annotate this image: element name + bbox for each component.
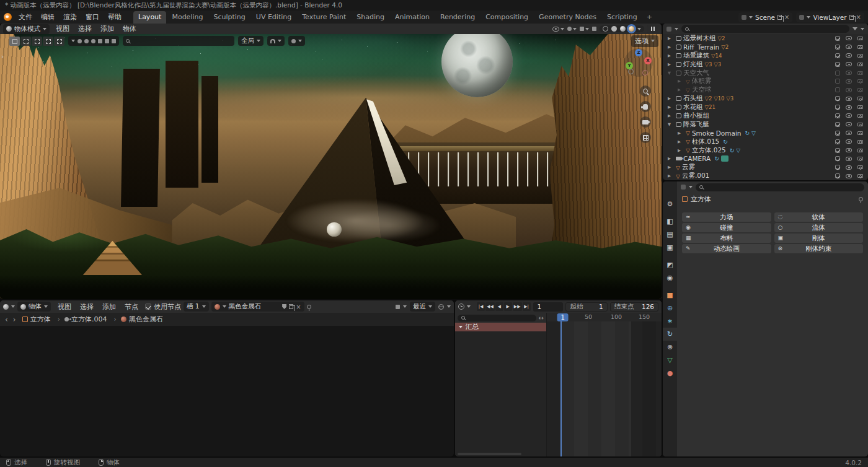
menu-item[interactable]: 编辑 — [37, 12, 59, 22]
start-frame-field[interactable]: 起始 1 — [565, 302, 607, 312]
playback-button[interactable]: |◀ — [477, 302, 485, 311]
expand-arrow-icon[interactable]: ▶ — [668, 53, 674, 58]
expand-arrow-icon[interactable]: ▶ — [668, 62, 674, 67]
unlink-material-icon[interactable] — [296, 303, 301, 311]
disable-render-camera-icon[interactable] — [857, 131, 863, 135]
hide-viewport-eye-icon[interactable] — [846, 131, 852, 135]
properties-tab[interactable]: ▽ — [663, 354, 677, 367]
exclude-checkbox[interactable] — [835, 113, 840, 118]
physics-button[interactable]: ◌ 软体 — [774, 212, 864, 222]
navigation-gizmo[interactable]: X Y Z — [624, 48, 653, 77]
mode-dot-icon[interactable] — [78, 39, 82, 43]
pause-button[interactable] — [647, 25, 658, 33]
item-label[interactable]: 石头组 — [683, 94, 703, 103]
overlay-toggle-icon[interactable] — [396, 305, 400, 309]
outliner-row[interactable]: ▶ 立方体.025 ↻ ▽ — [663, 146, 868, 155]
show-overlays-icon[interactable] — [580, 27, 589, 31]
expand-arrow-icon[interactable]: ▶ — [678, 87, 684, 92]
item-label[interactable]: CAMERA — [683, 155, 711, 162]
world-icon[interactable] — [438, 304, 444, 310]
hide-viewport-eye-icon[interactable] — [846, 174, 852, 178]
disable-render-camera-icon[interactable] — [857, 123, 863, 126]
expand-arrow-icon[interactable]: ▶ — [668, 113, 674, 118]
zoom-button[interactable] — [640, 85, 651, 97]
hide-viewport-eye-icon[interactable] — [846, 79, 852, 84]
properties-tab[interactable]: ▤ — [663, 228, 677, 241]
disable-render-camera-icon[interactable] — [857, 97, 863, 100]
expand-arrow-icon[interactable]: ▶ — [668, 173, 674, 178]
exclude-checkbox[interactable] — [835, 105, 840, 110]
workspace-tab[interactable]: Modeling — [167, 11, 208, 24]
properties-tab[interactable]: ↻ — [663, 328, 677, 341]
timeline-scrollbar[interactable] — [458, 453, 521, 455]
disable-render-camera-icon[interactable] — [857, 63, 863, 66]
expand-arrow-icon[interactable]: ▼ — [668, 122, 674, 127]
outliner-editor-icon[interactable] — [666, 27, 671, 32]
mode-dot-icon[interactable] — [84, 39, 89, 43]
exclude-checkbox[interactable] — [835, 148, 840, 153]
swap-arrows-icon[interactable] — [539, 314, 544, 322]
item-label[interactable]: 立方体.025 — [692, 146, 726, 155]
exclude-checkbox[interactable] — [835, 87, 840, 92]
disable-render-camera-icon[interactable] — [857, 114, 863, 118]
outliner-row[interactable]: ▶ 云雾 — [663, 163, 868, 172]
disable-render-camera-icon[interactable] — [857, 71, 863, 75]
mode-square-icon[interactable] — [112, 39, 116, 43]
properties-editor-icon[interactable] — [681, 185, 686, 190]
copy-material-icon[interactable] — [289, 304, 293, 309]
item-label[interactable]: 灯光组 — [683, 60, 703, 69]
outliner-row[interactable]: ▶ 曲小板组 — [663, 111, 868, 120]
shading-wireframe-icon[interactable] — [603, 26, 608, 32]
properties-tab[interactable]: ⚙ — [663, 198, 677, 211]
exclude-checkbox[interactable] — [835, 96, 840, 101]
workspace-tab[interactable]: Sculpting — [208, 11, 250, 24]
disable-render-camera-icon[interactable] — [857, 54, 863, 58]
exclude-checkbox[interactable] — [835, 62, 840, 67]
exclude-checkbox[interactable] — [835, 139, 840, 144]
timeline-frame-area[interactable]: 50100150 1 — [547, 313, 662, 456]
disable-render-camera-icon[interactable] — [857, 88, 863, 92]
physics-button[interactable]: ▦ 布料 — [682, 234, 771, 243]
hide-viewport-eye-icon[interactable] — [846, 97, 852, 101]
select-circle-tool-button[interactable] — [32, 37, 42, 46]
workspace-tab[interactable]: Scripting — [602, 11, 642, 24]
outliner-row[interactable]: ▶ 水花组 ▽21 — [663, 103, 868, 111]
item-label[interactable]: 体积雾 — [692, 77, 712, 85]
menu-item[interactable]: 文件 — [14, 12, 37, 22]
menu-item[interactable]: 渲染 — [59, 12, 81, 22]
shader-menu-item[interactable]: 视图 — [53, 302, 76, 312]
ortho-toggle-button[interactable] — [640, 132, 651, 143]
playback-button[interactable]: ▶ — [504, 302, 512, 311]
select-lasso-tool-button[interactable] — [43, 37, 53, 46]
expand-arrow-icon[interactable] — [459, 326, 463, 328]
exclude-checkbox[interactable] — [835, 131, 840, 136]
item-label[interactable]: 曲小板组 — [683, 111, 709, 120]
outliner-row[interactable]: ▶ 云雾.001 — [663, 172, 868, 180]
outliner-row[interactable]: ▶ 天空球 — [663, 85, 868, 94]
workspace-tab[interactable]: Texture Paint — [297, 11, 351, 24]
scene-selector[interactable]: Scene — [738, 12, 792, 22]
properties-tab[interactable]: ■ — [663, 289, 677, 302]
mode-selector[interactable]: 物体模式 — [3, 24, 50, 34]
pan-button[interactable] — [640, 101, 651, 112]
workspace-tab[interactable]: Compositing — [480, 11, 533, 24]
menu-item[interactable]: 窗口 — [81, 12, 104, 22]
disable-render-camera-icon[interactable] — [857, 157, 863, 160]
expand-arrow-icon[interactable]: ▶ — [668, 96, 674, 101]
select-box-tool-button[interactable] — [20, 37, 31, 46]
properties-tab[interactable]: ◧ — [663, 215, 677, 228]
end-frame-field[interactable]: 结束点 126 — [610, 302, 658, 312]
outliner-row[interactable]: ▶ Smoke Domain ↻ ▽ — [663, 129, 868, 137]
playback-button[interactable]: ◀ — [495, 302, 503, 311]
workspace-tab[interactable]: Rendering — [435, 11, 480, 24]
outliner-row[interactable]: ▶ Riff_Terrain ▽2 — [663, 43, 868, 51]
expand-arrow-icon[interactable]: ▼ — [668, 71, 674, 76]
item-label[interactable]: 天空大气 — [683, 69, 709, 77]
item-label[interactable]: 降落飞艇 — [683, 120, 709, 129]
hide-viewport-eye-icon[interactable] — [846, 113, 852, 118]
physics-button[interactable]: ○ 流体 — [774, 223, 864, 232]
breadcrumb-item[interactable]: 黑色金属石 — [121, 315, 166, 324]
slot-selector[interactable]: 槽 1 — [184, 302, 209, 312]
properties-tab[interactable]: ⊕ — [663, 302, 677, 315]
expand-arrow-icon[interactable]: ▶ — [678, 148, 684, 153]
